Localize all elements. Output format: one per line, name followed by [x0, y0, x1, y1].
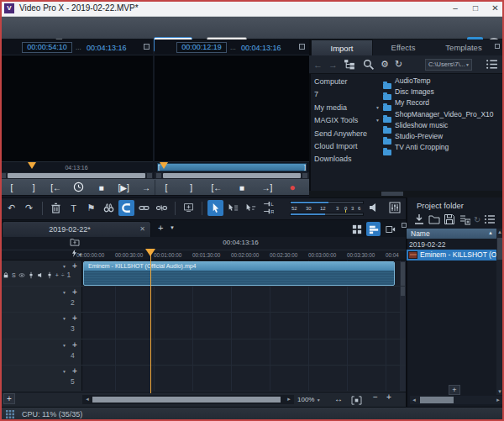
scrollbar-thumb[interactable]	[8, 173, 145, 178]
collapse-track-icon[interactable]: ▼	[62, 264, 66, 269]
zoom-out-button[interactable]: −	[373, 392, 378, 402]
program-timecode-current[interactable]: 00:00:12:19	[176, 42, 227, 53]
chevron-down-icon[interactable]: ▼	[375, 118, 380, 123]
collapse-track-icon[interactable]: ▼	[62, 369, 66, 374]
sidebar-item-send-anywhere[interactable]: Send Anywhere	[314, 129, 380, 142]
tab-effects[interactable]: Effects	[373, 39, 433, 55]
stop-button[interactable]: ■	[96, 183, 106, 192]
scroll-right-icon[interactable]: ►	[286, 397, 291, 402]
collapse-track-icon[interactable]: ▼	[62, 316, 66, 321]
chevron-down-icon[interactable]: ▼	[375, 105, 380, 110]
stop-button[interactable]: ■	[237, 183, 247, 192]
project-item[interactable]: Eminem - KILLSHOT (Offi...	[407, 250, 496, 260]
import-hscrollbar[interactable]	[309, 191, 504, 197]
mark-out-button[interactable]: ]	[29, 183, 39, 192]
scrollbar-thumb[interactable]	[381, 192, 403, 196]
insert-mode-button[interactable]	[181, 200, 197, 216]
source-playhead-marker[interactable]	[28, 162, 36, 169]
minimize-button[interactable]: –	[446, 0, 465, 17]
monitor-detach-icon[interactable]	[144, 44, 150, 50]
scrollbar-thumb[interactable]	[163, 173, 301, 178]
panel-detach-icon[interactable]	[495, 44, 500, 49]
video-visibility-icon[interactable]	[18, 271, 25, 279]
find-objects-button[interactable]	[101, 200, 117, 216]
audio-fader-icon[interactable]	[46, 271, 53, 279]
settings-button[interactable]: ⚙	[381, 59, 389, 70]
track-header-3[interactable]: ▼+3	[0, 313, 82, 339]
tab-templates[interactable]: Templates	[433, 39, 494, 55]
scroll-left-icon[interactable]: ◄	[412, 397, 417, 403]
source-timecode-current[interactable]: 00:00:54:10	[22, 42, 72, 53]
maximize-button[interactable]: □	[466, 0, 485, 17]
snap-button[interactable]	[118, 200, 134, 216]
marker-button[interactable]: ⚑	[83, 200, 99, 216]
ungroup-button[interactable]	[154, 200, 170, 216]
multicam-mode-button[interactable]	[383, 222, 397, 236]
add-track-icon[interactable]: +	[72, 313, 77, 323]
program-range-bar[interactable]: []	[157, 163, 307, 171]
zoom-in-button[interactable]: +	[386, 392, 391, 402]
mouse-mode-button[interactable]	[207, 200, 223, 216]
track-lane-1[interactable]	[82, 260, 406, 287]
scrollbar-cap[interactable]	[1, 173, 6, 178]
folder-item[interactable]: AudioTemp	[383, 75, 501, 86]
sidebar-item-cloud-import[interactable]: Cloud Import	[314, 142, 380, 155]
folder-item[interactable]: My Record	[383, 97, 501, 108]
mark-out-button[interactable]: ]	[186, 183, 197, 192]
scroll-right-icon[interactable]: ►	[496, 397, 501, 403]
jump-start-button[interactable]: [←	[211, 183, 222, 192]
close-tab-icon[interactable]: ✕	[139, 222, 145, 237]
project-item[interactable]: 2019-02-22	[407, 239, 496, 250]
jump-end-button[interactable]: →]	[262, 183, 273, 192]
speaker-icon[interactable]	[368, 202, 380, 213]
source-monitor-scrubbar[interactable]: 04:13:16	[0, 161, 153, 172]
zoom-fit-width-icon[interactable]: ↔	[334, 394, 343, 403]
add-track-icon[interactable]: +	[72, 261, 77, 271]
audio-mute-icon[interactable]	[37, 271, 44, 279]
scrollbar-cap[interactable]	[156, 173, 161, 178]
panel-detach-icon[interactable]	[402, 223, 407, 228]
play-button[interactable]: [▶]	[118, 183, 129, 192]
delete-button[interactable]	[48, 200, 64, 216]
path-dropdown[interactable]: C:\Users\7\...▼	[425, 59, 472, 71]
storyboard-mode-button[interactable]	[349, 222, 364, 236]
folder-up-icon[interactable]	[70, 238, 80, 246]
timeline-mode-button[interactable]	[366, 222, 381, 236]
open-folder-button[interactable]	[428, 213, 440, 225]
track-header-1[interactable]: ▼+S+÷1	[0, 260, 82, 287]
record-button[interactable]: ●	[287, 182, 297, 193]
group-button[interactable]	[136, 200, 152, 216]
step-forward-button[interactable]: →	[141, 183, 151, 192]
view-options-icon[interactable]	[486, 58, 498, 71]
sidebar-item-7[interactable]: 7	[314, 90, 380, 103]
track-lane-2[interactable]	[82, 287, 406, 313]
add-track-icon[interactable]: +	[72, 287, 77, 297]
scrollbar-thumb[interactable]	[92, 397, 281, 403]
program-monitor-video[interactable]	[155, 55, 309, 161]
track-lane-5[interactable]	[82, 366, 406, 392]
sidebar-item-my-media[interactable]: My media▼	[314, 103, 380, 116]
zoom-level-dropdown[interactable]: 100% ▼	[297, 396, 321, 403]
scrollbar-cap[interactable]	[147, 173, 152, 178]
track-curve-icon[interactable]: ÷	[61, 272, 65, 278]
program-playhead-marker[interactable]	[160, 162, 168, 169]
scroll-up-icon[interactable]: ▲	[497, 229, 502, 234]
add-tab-icon[interactable]: +	[158, 223, 163, 233]
project-vscrollbar[interactable]: ▲ ▼	[496, 229, 504, 395]
video-fader-icon[interactable]	[28, 271, 34, 279]
project-tab[interactable]: 2019-02-22* ✕	[2, 221, 151, 237]
collapse-track-icon[interactable]: ▼	[62, 290, 66, 295]
source-monitor-video[interactable]	[0, 55, 153, 161]
track-lane-3[interactable]	[82, 313, 406, 339]
redo-button[interactable]: ↷	[21, 200, 37, 216]
mark-in-button[interactable]: [	[7, 183, 17, 192]
search-button[interactable]	[362, 58, 375, 71]
track-header-5[interactable]: ▼+5	[0, 366, 82, 392]
tab-import[interactable]: Import	[311, 39, 373, 55]
folder-item[interactable]: Slideshow music	[383, 119, 501, 130]
sidebar-item-computer[interactable]: Computer	[314, 77, 380, 90]
refresh-button[interactable]: ↻	[395, 59, 402, 70]
tree-view-button[interactable]	[344, 58, 356, 71]
project-add-button[interactable]: +	[449, 385, 460, 395]
audio-stretch-button[interactable]: LR	[260, 200, 276, 216]
